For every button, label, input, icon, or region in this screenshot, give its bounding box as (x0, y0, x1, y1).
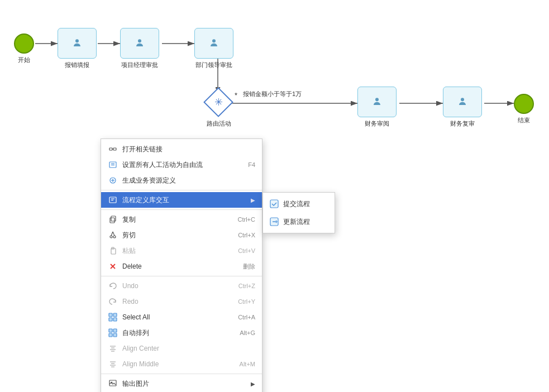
auto-arrange-shortcut: Alt+G (240, 329, 255, 336)
repo-arrow-icon: ▶ (251, 197, 255, 203)
person-icon-dept (209, 38, 219, 48)
svg-rect-41 (109, 318, 112, 321)
menu-item-copy[interactable]: 复制 Ctrl+C (101, 212, 262, 227)
select-all-shortcut: Ctrl+A (238, 314, 255, 321)
open-link-text: 打开相关链接 (122, 145, 251, 154)
paste-text: 粘贴 (122, 246, 233, 256)
align-center-icon (108, 343, 118, 353)
end-node[interactable]: 结束 (514, 94, 534, 125)
finance-review-box (357, 87, 397, 117)
menu-item-repo-interact[interactable]: 流程定义库交互 ▶ 提交流程 更新流程 (101, 192, 262, 208)
set-free-shortcut: F4 (248, 161, 255, 168)
finance-review-label: 财务审阅 (365, 119, 389, 128)
start-node[interactable]: 开始 (14, 34, 34, 64)
menu-item-align-middle[interactable]: Align Middle Alt+M (101, 356, 262, 372)
svg-rect-27 (270, 200, 278, 208)
svg-rect-44 (113, 329, 117, 332)
divider-1 (101, 190, 262, 190)
svg-line-34 (113, 232, 114, 236)
pm-approve-label: 项目经理审批 (121, 61, 158, 69)
redo-icon (108, 297, 118, 307)
copy-shortcut: Ctrl+C (238, 216, 255, 223)
svg-point-32 (113, 236, 116, 238)
pm-approve-node[interactable]: 项目经理审批 (120, 28, 159, 69)
end-circle (514, 94, 534, 114)
svg-point-31 (110, 236, 112, 238)
menu-item-export-image[interactable]: 输出图片 ▶ (101, 376, 262, 391)
svg-rect-30 (110, 218, 114, 223)
paste-icon (108, 246, 118, 256)
align-middle-shortcut: Alt+M (240, 361, 255, 367)
svg-rect-39 (109, 313, 112, 317)
start-label: 开始 (18, 56, 30, 64)
menu-item-open-link[interactable]: 打开相关链接 (101, 141, 262, 157)
cut-shortcut: Ctrl+X (238, 232, 255, 238)
link-icon (108, 144, 118, 154)
copy-icon (108, 214, 118, 224)
dept-approve-label: 部门领导审批 (195, 61, 232, 69)
svg-rect-40 (113, 313, 117, 317)
svg-rect-46 (113, 333, 117, 337)
svg-point-13 (375, 98, 379, 101)
align-middle-icon (108, 359, 118, 369)
svg-rect-15 (109, 148, 112, 150)
menu-item-select-all[interactable]: Select All Ctrl+A (101, 309, 262, 325)
menu-item-auto-arrange[interactable]: 自动排列 Alt+G (101, 325, 262, 341)
start-circle (14, 34, 34, 54)
divider-2 (101, 209, 262, 210)
menu-item-redo[interactable]: Redo Ctrl+Y (101, 294, 262, 309)
selectall-icon (108, 312, 118, 322)
undo-icon (108, 281, 118, 291)
undo-shortcut: Ctrl+Z (238, 283, 255, 289)
align-center-text: Align Center (122, 345, 251, 352)
auto-arrange-icon (108, 328, 118, 338)
finance-review-node[interactable]: 财务审阅 (357, 87, 397, 128)
dept-approve-box (194, 28, 233, 59)
submenu-item-update[interactable]: 更新流程 (263, 213, 335, 231)
paste-shortcut: Ctrl+V (238, 247, 255, 254)
end-label: 结束 (518, 116, 530, 125)
svg-point-10 (75, 39, 79, 42)
dept-approve-node[interactable]: 部门领导审批 (194, 28, 233, 69)
reimbursement-box (58, 28, 97, 59)
submenu-item-submit[interactable]: 提交流程 (263, 195, 335, 213)
delete-shortcut: 删除 (243, 262, 255, 271)
cut-icon (108, 230, 118, 240)
svg-point-14 (461, 98, 464, 101)
person-icon-finance-recheck (457, 97, 467, 107)
set-free-text: 设置所有人工活动为自由流 (122, 160, 244, 170)
set-icon (108, 160, 118, 170)
finance-recheck-node[interactable]: 财务复审 (443, 87, 482, 128)
update-icon (269, 216, 280, 227)
svg-rect-29 (111, 216, 116, 221)
menu-item-paste[interactable]: 粘贴 Ctrl+V (101, 243, 262, 259)
route-node[interactable]: ✳ 路由活动 (206, 89, 232, 128)
svg-rect-16 (113, 148, 116, 150)
route-label: 路由活动 (207, 119, 231, 128)
submit-flow-text: 提交流程 (283, 199, 310, 209)
menu-item-cut[interactable]: 剪切 Ctrl+X (101, 227, 262, 243)
menu-item-align-center[interactable]: Align Center (101, 341, 262, 356)
delete-icon (108, 261, 118, 271)
divider-4 (101, 374, 262, 374)
finance-recheck-box (443, 87, 482, 117)
reimbursement-label: 报销填报 (65, 61, 89, 69)
canvas: * 报销金额小于等于1万 开始 报销填报 项目经理审批 (0, 0, 549, 392)
svg-text:*: * (235, 91, 237, 99)
svg-point-11 (138, 39, 141, 42)
redo-text: Redo (122, 298, 233, 305)
svg-rect-42 (113, 318, 117, 321)
menu-item-undo[interactable]: Undo Ctrl+Z (101, 278, 262, 294)
submenu: 提交流程 更新流程 (262, 192, 335, 233)
divider-3 (101, 276, 262, 276)
menu-item-set-free[interactable]: 设置所有人工活动为自由流 F4 (101, 157, 262, 173)
menu-item-delete[interactable]: Delete 删除 (101, 259, 262, 274)
menu-item-gen-biz[interactable]: 生成业务资源定义 (101, 173, 262, 188)
person-icon-finance-review (372, 97, 382, 107)
context-menu: 打开相关链接 设置所有人工活动为自由流 F4 生成业务资源定义 流程定义库交互 (101, 138, 262, 392)
reimbursement-node[interactable]: 报销填报 (58, 28, 97, 69)
route-star-icon: ✳ (214, 97, 223, 107)
repo-interact-text: 流程定义库交互 (122, 195, 251, 205)
repo-icon (108, 195, 118, 205)
submit-icon (269, 198, 280, 209)
